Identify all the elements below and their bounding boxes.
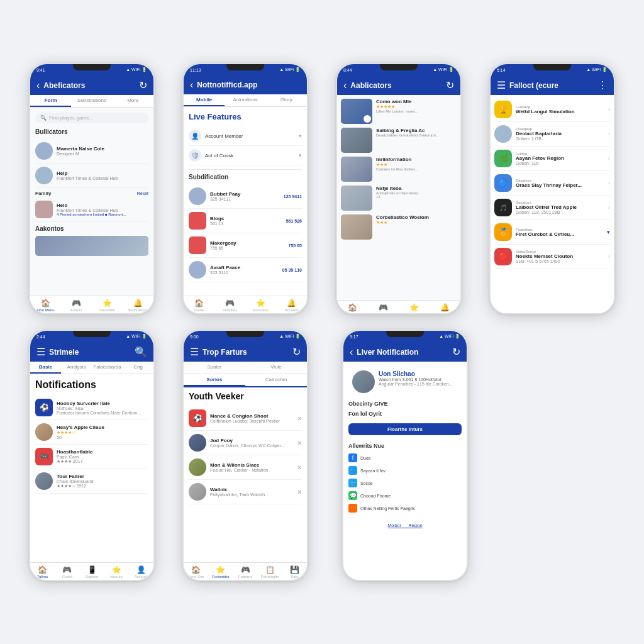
app-item-2[interactable]: Pilseqasp Deolact Baplartaria Goben: 1 G…	[494, 122, 610, 147]
tab5-basic[interactable]: Basic	[30, 362, 61, 374]
refresh-icon-3[interactable]: ↻	[446, 79, 454, 91]
social-dues[interactable]: f Dues	[348, 452, 462, 464]
refresh-icon-6[interactable]: ↻	[292, 346, 301, 358]
menu-icon-4[interactable]: ☰	[497, 79, 506, 91]
notif-item-2[interactable]: Heay's Apple Cliaue ★★★★☆ 50	[35, 420, 148, 445]
nav2-home[interactable]: 🏠Home	[184, 299, 214, 312]
floarthe-btn[interactable]: Floarthe Inturs	[348, 423, 462, 435]
app-item-1[interactable]: 🏆 Luasaop Wettd Langul Simulation ›	[494, 97, 610, 122]
tab5-analysis[interactable]: Analysis	[61, 362, 92, 374]
phone-1: 9:41 ▲ WiFi 🔋 ‹ Abeficators ↻ Form Subst…	[29, 63, 155, 314]
nav3-home[interactable]: 🏠	[337, 303, 368, 312]
list-item-2[interactable]: Help Frankfort Times & Collenal Hub	[35, 164, 148, 188]
youth-x-4[interactable]: ✕	[297, 489, 302, 496]
sub-item-3[interactable]: Makergoay 755 65 755 65	[189, 233, 302, 258]
sub-item-4[interactable]: Avraft Paace 323 5110 05 39 110	[189, 258, 302, 282]
nav3-notif[interactable]: 🔔	[430, 303, 460, 312]
youth-x-1[interactable]: ✕	[297, 415, 302, 422]
app-item-6[interactable]: 🏅 Feasebap Firet Ourcbot & Cirtieu... ▾	[494, 220, 610, 245]
youth-item-4[interactable]: Wailnic Faltyuhorlnira, Tiarb Watmih... …	[189, 480, 302, 504]
nav-events-1[interactable]: 🎮 Events	[61, 299, 92, 312]
nav3-events[interactable]: 🎮	[368, 303, 399, 312]
tab6-spater[interactable]: Spater	[184, 362, 245, 374]
social-socce[interactable]: 🐦 Socce	[348, 477, 462, 489]
nav6-simo[interactable]: 🏠Simo Sim	[184, 565, 208, 579]
app-item-5[interactable]: 🎵 Sesatvos Lalbost Olifrel Tred Apple Go…	[494, 196, 610, 220]
refresh-icon-7[interactable]: ↻	[452, 346, 460, 358]
nav2-acc[interactable]: 🔔Account	[276, 299, 307, 312]
nav-home-1[interactable]: 🏠 First Menu	[30, 299, 61, 312]
back-icon-3[interactable]: ‹	[343, 80, 347, 91]
notif-item-4[interactable]: Tour Fallrer Chain IDeenduand ★★★★☆ 1912	[35, 469, 148, 494]
social-othas[interactable]: ⋯ Othas Nelling Fertis Paegits	[348, 502, 462, 514]
youth-item-3[interactable]: Mon & Wlionis Slace Fea lot Hel, Clarlie…	[189, 455, 302, 480]
search-1[interactable]: 🔍 Find player, game...	[35, 113, 148, 123]
nav6-part[interactable]: 📋Partmogito	[258, 565, 282, 579]
tab-animations[interactable]: Animations	[225, 94, 265, 106]
feature-account[interactable]: 👤 Account Member ▾	[189, 126, 302, 146]
list-item-3[interactable]: Helo Frankfort Times & Collenal Hub 4 Pi…	[35, 197, 148, 222]
notif-sub2-4: ★★★★☆ 1912	[57, 484, 148, 489]
notif-item-1[interactable]: ⚽ Hooboy Survcrier liale Noffices: Sika …	[35, 396, 148, 420]
back-icon-7[interactable]: ‹	[350, 347, 353, 358]
nav5-acc[interactable]: 👤Account	[129, 565, 153, 579]
youth-x-2[interactable]: ✕	[297, 440, 302, 447]
tab-sub[interactable]: Substitutions	[71, 95, 112, 107]
social-sayzan[interactable]: 🔷 Sayzan ti fev	[348, 464, 462, 477]
feature-act[interactable]: 🛡️ Act of Coosk ▾	[189, 146, 302, 165]
tab-form[interactable]: Form	[30, 95, 71, 107]
phones-grid: 9:41 ▲ WiFi 🔋 ‹ Abeficators ↻ Form Subst…	[23, 63, 621, 581]
sub-item-1[interactable]: Bubbet Paay 325 34111 125 9411	[189, 184, 302, 209]
sub-item-2[interactable]: Blogs 561 13 561 526	[189, 209, 302, 233]
tab5-fala[interactable]: Falacobarda	[92, 362, 123, 374]
nav3-fav[interactable]: ⭐	[399, 303, 430, 312]
game-2[interactable]: Salbing & Freglia Ac Deadchables GreatsM…	[341, 128, 457, 153]
tab5-crig[interactable]: Crig	[123, 362, 153, 374]
dots-icon-4[interactable]: ⋮	[597, 79, 608, 91]
bottom-nav-6: 🏠Simo Sim ⭐Forberithe 🎮Framors 📋Partmogi…	[184, 562, 307, 580]
back-icon-2[interactable]: ‹	[190, 79, 193, 91]
youth-item-1[interactable]: ⚽ Mance & Congion Shoot Celfbration Luos…	[189, 406, 302, 431]
youth-item-2[interactable]: Jod Pooy Coopor Dalion, Ciborgm WC.Colge…	[189, 431, 302, 455]
nav-notif-1[interactable]: 🔔 Notifications	[123, 299, 153, 312]
notch-1	[73, 64, 111, 70]
tab-mobile[interactable]: Mobile	[184, 94, 225, 106]
nav5-dig[interactable]: 📱Digitale	[79, 565, 104, 579]
tab-glory[interactable]: Glory	[266, 94, 307, 106]
youth-x-3[interactable]: ✕	[297, 464, 302, 471]
nav5-home[interactable]: 🏠Tallres	[30, 565, 55, 579]
game-4[interactable]: Nafje Iteoa Anifujlimats of fisportstep.…	[341, 186, 457, 211]
nav6-fram[interactable]: 🎮Framors	[233, 565, 257, 579]
tab6-viole[interactable]: Viole	[245, 362, 307, 374]
social-chooad[interactable]: 💬 Chooad Foome	[348, 489, 462, 502]
app-item-4[interactable]: 🔷 Sesatvos Oraes Slay Thrlnay Felper... …	[494, 171, 610, 196]
tab-more[interactable]: More	[113, 95, 153, 107]
nav2-act[interactable]: 🎮Activities	[214, 299, 245, 312]
app-item-7[interactable]: 🔴 VideoSence Noekts Memset Clouton 11el:…	[494, 245, 610, 269]
subtab6-cat[interactable]: Catrocfan	[245, 374, 307, 386]
notif-item-3[interactable]: 🎮 Hoasthanflable Pagy: Cans ★★★★ 2017	[35, 445, 148, 469]
game-5[interactable]: Corbellastico Woelom ★★★	[341, 214, 457, 240]
nav6-forb[interactable]: ⭐Forberithe	[208, 565, 233, 579]
nav2-fav[interactable]: ⭐Favorites	[245, 299, 276, 312]
nav6-satu[interactable]: 💾Satu	[282, 565, 307, 579]
reset-link[interactable]: Reset	[137, 191, 148, 196]
nav2-acc-icon: 🔔	[287, 299, 296, 308]
nav-fav-1[interactable]: ⭐ Favorites	[92, 299, 123, 312]
game-info-3: Inrlinformation ★★★ Cameos im Roy libili…	[376, 157, 457, 182]
game-1[interactable]: Como won MIe ★★★★★ Lilies Me Loutter, ha…	[341, 99, 457, 124]
back-icon-1[interactable]: ‹	[36, 80, 40, 91]
game-3[interactable]: Inrlinformation ★★★ Cameos im Roy libili…	[341, 157, 457, 182]
subtab6-sorios[interactable]: Sorios	[184, 374, 245, 386]
nav6-part-lbl: Partmogito	[261, 575, 279, 579]
app-item-3[interactable]: 🌿 Lutaop Aayan Fetov Region Goben: 11b ›	[494, 147, 610, 171]
nav5-iso[interactable]: ⭐Isonury	[104, 565, 129, 579]
list-item-1[interactable]: Mamerta Naise Cole Designer M	[35, 139, 148, 164]
refresh-icon-1[interactable]: ↻	[139, 79, 147, 91]
search-icon-5[interactable]: 🔍	[135, 346, 147, 358]
nav2-acc-lbl: Account	[285, 308, 299, 312]
menu-icon-5[interactable]: ☰	[36, 346, 45, 358]
footer-link-7[interactable]: Moibor __ Region	[348, 518, 462, 530]
nav5-gooid[interactable]: 🎮Gooid	[55, 565, 79, 579]
menu-icon-6[interactable]: ☰	[190, 346, 199, 358]
